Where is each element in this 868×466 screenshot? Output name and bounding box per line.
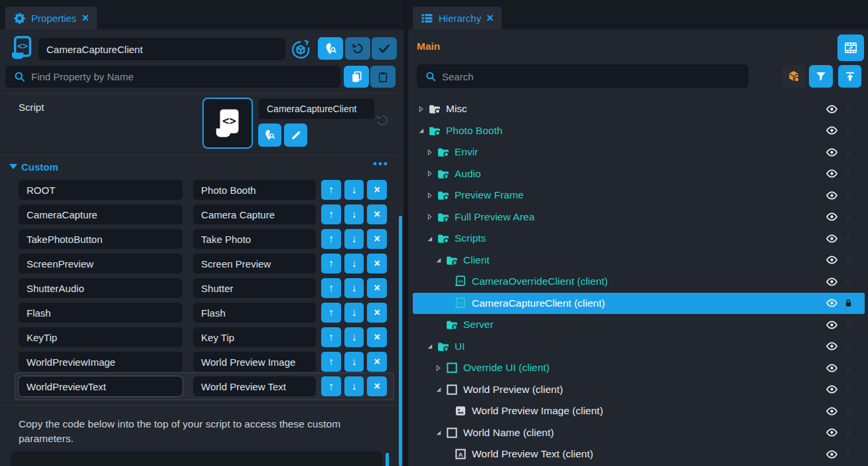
- expand-arrow-icon[interactable]: [434, 385, 443, 394]
- visibility-eye-icon[interactable]: [826, 340, 838, 352]
- move-up-button[interactable]: ↑: [321, 180, 341, 200]
- move-down-button[interactable]: ↓: [344, 352, 364, 372]
- move-up-button[interactable]: ↑: [321, 204, 341, 224]
- lock-icon[interactable]: [843, 406, 853, 416]
- lock-icon[interactable]: [843, 277, 853, 287]
- param-value-field[interactable]: Flash: [193, 303, 316, 323]
- custom-section-header[interactable]: Custom •••: [0, 155, 398, 174]
- visibility-eye-icon[interactable]: [826, 319, 838, 331]
- lock-icon[interactable]: [843, 212, 853, 222]
- expand-arrow-icon[interactable]: [425, 342, 435, 351]
- reset-icon[interactable]: [375, 113, 390, 127]
- expand-arrow-icon[interactable]: [425, 234, 435, 243]
- visibility-eye-icon[interactable]: [826, 275, 838, 288]
- move-up-button[interactable]: ↑: [321, 229, 341, 249]
- remove-param-button[interactable]: ×: [367, 278, 387, 298]
- code-snippet-box[interactable]: [11, 451, 383, 466]
- visibility-eye-icon[interactable]: [826, 210, 838, 223]
- tree-row[interactable]: <> CameraCaptureClient (client): [413, 293, 865, 315]
- expand-arrow-icon[interactable]: [417, 126, 426, 135]
- move-up-button[interactable]: ↑: [321, 376, 341, 396]
- pin-search-button[interactable]: [258, 123, 281, 147]
- visibility-eye-icon[interactable]: [826, 103, 838, 116]
- param-value-field[interactable]: World Preview Image: [193, 352, 316, 372]
- param-name-field[interactable]: CameraCapture: [19, 204, 182, 224]
- param-name-field[interactable]: KeyTip: [19, 327, 182, 347]
- visibility-eye-icon[interactable]: [826, 189, 838, 202]
- move-up-button[interactable]: ↑: [321, 327, 341, 347]
- upload-button[interactable]: [838, 65, 861, 88]
- paste-button[interactable]: [370, 66, 396, 88]
- tree-row[interactable]: Scripts: [413, 228, 865, 250]
- expand-arrow-icon[interactable]: [425, 169, 435, 179]
- lock-icon[interactable]: [843, 427, 853, 437]
- collapse-triangle-icon[interactable]: [9, 164, 17, 169]
- move-down-button[interactable]: ↓: [344, 376, 364, 396]
- visibility-eye-icon[interactable]: [826, 426, 838, 439]
- expand-arrow-icon[interactable]: [425, 147, 435, 157]
- tree-row[interactable]: Full Preview Area: [413, 206, 865, 228]
- close-icon[interactable]: ×: [486, 12, 494, 24]
- edit-script-button[interactable]: [284, 123, 307, 147]
- param-value-field[interactable]: World Preview Text: [193, 376, 316, 396]
- visibility-eye-icon[interactable]: [826, 448, 838, 461]
- lock-icon[interactable]: [843, 104, 853, 114]
- remove-param-button[interactable]: ×: [367, 352, 387, 372]
- move-down-button[interactable]: ↓: [344, 204, 364, 224]
- param-value-field[interactable]: Key Tip: [193, 327, 316, 347]
- visibility-eye-icon[interactable]: [826, 362, 838, 374]
- remove-param-button[interactable]: ×: [367, 229, 387, 249]
- capture-media-button[interactable]: [837, 35, 864, 61]
- tree-row[interactable]: Misc: [413, 98, 865, 120]
- tree-row[interactable]: Envir: [413, 141, 865, 163]
- undo-button[interactable]: [345, 37, 370, 60]
- copy-button[interactable]: [344, 66, 369, 88]
- param-name-field[interactable]: ROOT: [19, 180, 182, 200]
- filter-button[interactable]: [809, 65, 833, 88]
- lock-icon[interactable]: [843, 298, 853, 308]
- move-down-button[interactable]: ↓: [344, 254, 364, 273]
- move-down-button[interactable]: ↓: [344, 229, 364, 249]
- arrow-spacer[interactable]: [443, 406, 452, 416]
- property-search[interactable]: [5, 66, 340, 88]
- overflow-menu-icon[interactable]: •••: [373, 157, 389, 171]
- arrow-spacer[interactable]: [443, 299, 452, 308]
- expand-arrow-icon[interactable]: [425, 212, 435, 222]
- param-value-field[interactable]: Photo Booth: [193, 180, 316, 200]
- move-down-button[interactable]: ↓: [344, 180, 364, 200]
- visibility-eye-icon[interactable]: [826, 405, 838, 418]
- lock-icon[interactable]: [843, 341, 853, 351]
- hierarchy-search[interactable]: [417, 64, 749, 88]
- lock-icon[interactable]: [843, 147, 853, 157]
- tree-row[interactable]: Preview Frame: [413, 185, 865, 206]
- code-scrollbar[interactable]: [386, 453, 389, 466]
- expand-arrow-icon[interactable]: [434, 256, 443, 265]
- expand-arrow-icon[interactable]: [434, 428, 443, 437]
- tree-row[interactable]: Server: [413, 314, 865, 336]
- tree-row[interactable]: World Name (client): [413, 422, 865, 444]
- visibility-eye-icon[interactable]: [826, 383, 838, 396]
- script-name-input[interactable]: [38, 38, 285, 60]
- param-name-field[interactable]: ScreenPreview: [19, 254, 182, 273]
- param-name-field[interactable]: Flash: [19, 303, 182, 323]
- tree-row[interactable]: UI: [413, 336, 865, 358]
- lock-icon[interactable]: [843, 320, 853, 330]
- param-name-field[interactable]: TakePhotoButton: [19, 229, 182, 249]
- script-name-input-value[interactable]: [46, 44, 277, 55]
- tab-hierarchy[interactable]: Hierarchy ×: [413, 7, 502, 29]
- script-thumbnail[interactable]: <>: [202, 98, 253, 149]
- remove-param-button[interactable]: ×: [367, 254, 387, 273]
- remove-param-button[interactable]: ×: [367, 303, 387, 323]
- move-down-button[interactable]: ↓: [344, 303, 364, 323]
- move-up-button[interactable]: ↑: [321, 352, 341, 372]
- param-name-field[interactable]: WorldPreviewText: [19, 376, 182, 396]
- arrow-spacer[interactable]: [443, 449, 452, 459]
- tab-properties[interactable]: Properties ×: [5, 7, 97, 29]
- expand-arrow-icon[interactable]: [434, 363, 443, 372]
- lock-icon[interactable]: [843, 255, 853, 265]
- remove-param-button[interactable]: ×: [367, 327, 387, 347]
- expand-arrow-icon[interactable]: [417, 104, 426, 114]
- asset-orbit-icon[interactable]: [290, 39, 311, 60]
- lock-icon[interactable]: [843, 363, 853, 373]
- close-icon[interactable]: ×: [82, 12, 89, 24]
